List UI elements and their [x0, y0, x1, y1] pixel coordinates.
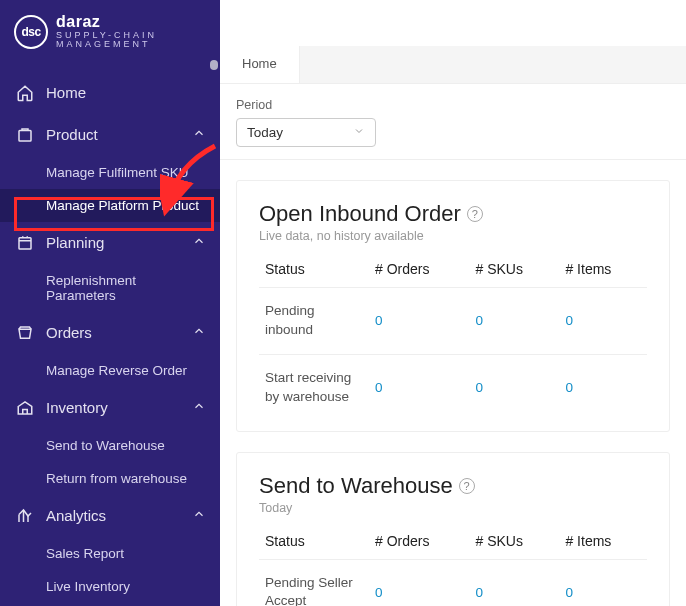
inventory-icon — [14, 399, 36, 417]
sidebar-item-manage-fulfilment-sku[interactable]: Manage Fulfilment SKU — [0, 156, 220, 189]
order-count-link[interactable]: 0 — [375, 313, 383, 328]
item-count-link[interactable]: 0 — [565, 313, 573, 328]
period-value: Today — [247, 125, 283, 140]
send-table: Status # Orders # SKUs # Items Pending S… — [259, 523, 647, 606]
col-skus: # SKUs — [470, 251, 560, 288]
cell-orders: 0 — [369, 559, 470, 606]
order-count-link[interactable]: 0 — [375, 585, 383, 600]
period-filter: Period Today — [220, 84, 686, 160]
cell-orders: 0 — [369, 288, 470, 355]
cell-status: Start receiving by warehouse — [259, 354, 369, 420]
sidebar-item-planning[interactable]: Planning — [0, 222, 220, 264]
col-items: # Items — [559, 251, 647, 288]
cell-skus: 0 — [470, 288, 560, 355]
chevron-down-icon — [353, 125, 365, 140]
sidebar-item-sales-report[interactable]: Sales Report — [0, 537, 220, 570]
home-icon — [14, 84, 36, 102]
svg-rect-0 — [19, 130, 31, 141]
brand-sub2: MANAGEMENT — [56, 40, 157, 49]
tab-bar: Home — [220, 46, 686, 84]
table-row: Start receiving by warehouse 0 0 0 — [259, 354, 647, 420]
sidebar-item-send-to-warehouse[interactable]: Send to Warehouse — [0, 429, 220, 462]
card-title-text: Open Inbound Order — [259, 201, 461, 227]
chevron-up-icon — [192, 324, 206, 341]
card-title: Send to Warehouse ? — [259, 473, 647, 499]
chevron-up-icon — [192, 126, 206, 143]
sidebar-item-inventory[interactable]: Inventory — [0, 387, 220, 429]
sidebar-item-orders[interactable]: Orders — [0, 312, 220, 354]
sku-count-link[interactable]: 0 — [476, 313, 484, 328]
period-label: Period — [236, 98, 670, 112]
period-select[interactable]: Today — [236, 118, 376, 147]
help-icon[interactable]: ? — [467, 206, 483, 222]
sku-count-link[interactable]: 0 — [476, 585, 484, 600]
inbound-table: Status # Orders # SKUs # Items Pending i… — [259, 251, 647, 421]
col-orders: # Orders — [369, 523, 470, 560]
sidebar-label-inventory: Inventory — [46, 399, 108, 416]
tab-home[interactable]: Home — [220, 46, 300, 83]
cell-items: 0 — [559, 354, 647, 420]
card-open-inbound-order: Open Inbound Order ? Live data, no histo… — [236, 180, 670, 432]
table-row: Pending Seller Accept 0 0 0 — [259, 559, 647, 606]
analytics-icon — [14, 507, 36, 525]
item-count-link[interactable]: 0 — [565, 380, 573, 395]
chevron-up-icon — [192, 507, 206, 524]
col-items: # Items — [559, 523, 647, 560]
col-status: Status — [259, 523, 369, 560]
planning-icon — [14, 234, 36, 252]
sidebar-item-home[interactable]: Home — [0, 72, 220, 114]
sidebar-label-planning: Planning — [46, 234, 104, 251]
sidebar-item-analytics[interactable]: Analytics — [0, 495, 220, 537]
chevron-up-icon — [192, 399, 206, 416]
chevron-up-icon — [192, 234, 206, 251]
sidebar-label-orders: Orders — [46, 324, 92, 341]
cell-skus: 0 — [470, 559, 560, 606]
sidebar: dsc daraz SUPPLY-CHAIN MANAGEMENT Home P… — [0, 0, 220, 606]
sidebar-item-replenishment-parameters[interactable]: Replenishment Parameters — [0, 264, 220, 312]
logo: dsc daraz SUPPLY-CHAIN MANAGEMENT — [0, 0, 220, 68]
cell-items: 0 — [559, 559, 647, 606]
cell-status: Pending inbound — [259, 288, 369, 355]
brand-name: daraz — [56, 14, 157, 31]
col-skus: # SKUs — [470, 523, 560, 560]
cell-skus: 0 — [470, 354, 560, 420]
sidebar-label-product: Product — [46, 126, 98, 143]
nav: Home Product Manage Fulfilment SKU Manag… — [0, 68, 220, 603]
table-row: Pending inbound 0 0 0 — [259, 288, 647, 355]
sidebar-item-product[interactable]: Product — [0, 114, 220, 156]
card-send-to-warehouse: Send to Warehouse ? Today Status # Order… — [236, 452, 670, 606]
sidebar-item-manage-platform-product[interactable]: Manage Platform Product — [0, 189, 220, 222]
col-status: Status — [259, 251, 369, 288]
logo-text: daraz SUPPLY-CHAIN MANAGEMENT — [56, 14, 157, 50]
svg-rect-1 — [19, 237, 31, 248]
help-icon[interactable]: ? — [459, 478, 475, 494]
order-count-link[interactable]: 0 — [375, 380, 383, 395]
main-content: Home Period Today Open Inbound Order ? L… — [220, 0, 686, 606]
product-icon — [14, 126, 36, 144]
col-orders: # Orders — [369, 251, 470, 288]
orders-icon — [14, 324, 36, 342]
sidebar-scrollbar[interactable] — [210, 60, 218, 70]
card-subtitle: Today — [259, 501, 647, 515]
card-title-text: Send to Warehouse — [259, 473, 453, 499]
sidebar-label-home: Home — [46, 84, 86, 101]
card-title: Open Inbound Order ? — [259, 201, 647, 227]
sidebar-label-analytics: Analytics — [46, 507, 106, 524]
item-count-link[interactable]: 0 — [565, 585, 573, 600]
card-subtitle: Live data, no history available — [259, 229, 647, 243]
sku-count-link[interactable]: 0 — [476, 380, 484, 395]
sidebar-item-manage-reverse-order[interactable]: Manage Reverse Order — [0, 354, 220, 387]
cell-orders: 0 — [369, 354, 470, 420]
cell-items: 0 — [559, 288, 647, 355]
sidebar-item-live-inventory[interactable]: Live Inventory — [0, 570, 220, 603]
sidebar-item-return-from-warehouse[interactable]: Return from warehouse — [0, 462, 220, 495]
cell-status: Pending Seller Accept — [259, 559, 369, 606]
logo-badge: dsc — [14, 15, 48, 49]
